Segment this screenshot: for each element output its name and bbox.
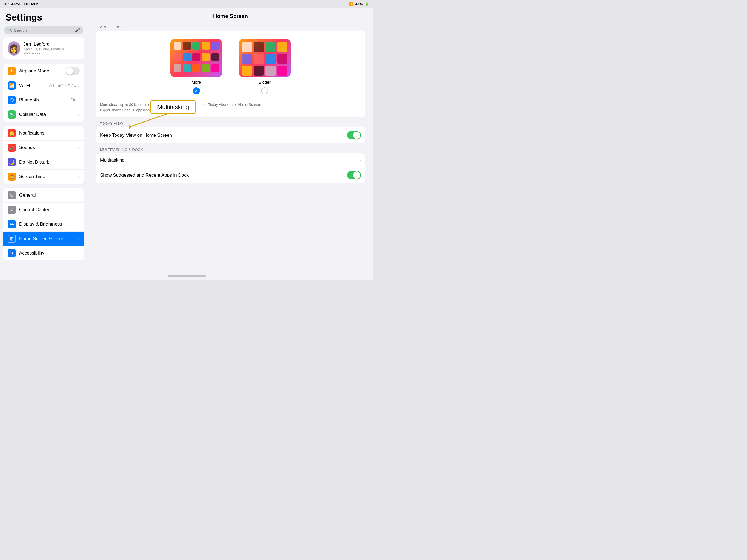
sidebar-item-accessibility[interactable]: ♿ Accessibility › <box>3 246 84 260</box>
search-icon: 🔍 <box>7 28 12 32</box>
sidebar-item-screentime[interactable]: ⏳ Screen Time › <box>3 170 84 184</box>
accessibility-icon: ♿ <box>8 249 16 257</box>
svg-point-1 <box>129 125 131 128</box>
sidebar-item-donotdisturb[interactable]: 🌙 Do Not Disturb › <box>3 155 84 170</box>
donotdisturb-icon: 🌙 <box>8 158 16 166</box>
icon-option-bigger[interactable]: Bigger <box>239 39 291 94</box>
status-icons: 📶 47% 🔋 <box>349 2 369 6</box>
annotation-text: Multitasking <box>157 104 189 110</box>
app-icons-card: More ✓ <box>96 31 365 117</box>
sounds-chevron: › <box>78 146 80 150</box>
sidebar-item-sounds[interactable]: 🔊 Sounds › <box>3 141 84 155</box>
screentime-chevron: › <box>78 175 80 179</box>
homescreen-chevron: › <box>78 236 80 241</box>
cellular-label: Cellular Data <box>19 112 78 117</box>
profile-name: Jerri Ledford <box>24 42 75 47</box>
airplane-label: Airplane Mode <box>19 68 66 74</box>
controlcenter-chevron: › <box>78 207 80 212</box>
notifications-label: Notifications <box>19 130 78 136</box>
sidebar-item-general[interactable]: ⚙ General › <box>3 188 84 203</box>
screentime-icon: ⏳ <box>8 173 16 181</box>
dock-toggle[interactable] <box>347 171 361 179</box>
main-layout: Settings 🔍 🎤 👩 Jerri Ledford Apple ID, i… <box>0 8 374 272</box>
home-bar <box>168 275 206 277</box>
wifi-chevron: › <box>78 83 80 88</box>
sounds-icon: 🔊 <box>8 144 16 152</box>
sidebar-title: Settings <box>0 8 87 25</box>
more-preview <box>170 39 222 77</box>
more-label: More <box>192 80 201 84</box>
annotation-line-svg <box>129 112 183 128</box>
homescreen-label: Home Screen & Dock <box>19 236 78 241</box>
bigger-label: Bigger <box>259 80 271 84</box>
icon-option-more[interactable]: More ✓ <box>170 39 222 94</box>
sidebar-item-bluetooth[interactable]: ⬡ Bluetooth On › <box>3 93 84 107</box>
display-label: Display & Brightness <box>19 222 78 227</box>
annotation-box: Multitasking <box>150 100 196 114</box>
sidebar-item-cellular[interactable]: 📡 Cellular Data › <box>3 107 84 122</box>
sidebar-item-homescreen[interactable]: ⊞ Home Screen & Dock › <box>3 232 84 246</box>
search-input[interactable] <box>14 28 73 32</box>
screentime-label: Screen Time <box>19 174 78 179</box>
sidebar-item-airplane[interactable]: ✈ Airplane Mode <box>3 64 84 78</box>
wifi-icon: 📶 <box>349 2 353 6</box>
status-time: 12:04 PM <box>4 2 20 6</box>
today-view-row: Keep Today View on Home Screen <box>96 127 365 143</box>
multitasking-label: MULTITASKING & DOCK <box>100 148 365 152</box>
home-indicator <box>0 272 374 280</box>
sounds-label: Sounds <box>19 145 78 150</box>
profile-card[interactable]: 👩 Jerri Ledford Apple ID, iCloud, Media … <box>3 37 84 59</box>
wifi-value: ATT54rHY7U <box>49 83 77 88</box>
today-view-toggle[interactable] <box>347 131 361 139</box>
general-label: General <box>19 193 78 198</box>
accessibility-label: Accessibility <box>19 251 78 256</box>
status-date: Fri Oct 2 <box>24 2 38 6</box>
avatar: 👩 <box>8 41 20 55</box>
dock-row: Show Suggested and Recent Apps in Dock <box>96 167 365 183</box>
bigger-preview <box>239 39 291 77</box>
settings-group-connectivity: ✈ Airplane Mode 📶 Wi-Fi ATT54rHY7U › ⬡ B… <box>3 64 84 122</box>
sidebar-item-controlcenter[interactable]: 🎛 Control Center › <box>3 203 84 217</box>
sidebar-item-wifi[interactable]: 📶 Wi-Fi ATT54rHY7U › <box>3 78 84 93</box>
sidebar: Settings 🔍 🎤 👩 Jerri Ledford Apple ID, i… <box>0 8 87 272</box>
multitasking-row-label: Multitasking <box>100 157 360 163</box>
cellular-chevron: › <box>78 112 80 117</box>
bluetooth-chevron: › <box>78 98 80 102</box>
more-radio[interactable]: ✓ <box>193 87 200 94</box>
content-area: Home Screen APP ICONS <box>87 8 374 272</box>
bigger-radio[interactable] <box>261 87 268 94</box>
bluetooth-value: On <box>71 97 77 103</box>
donotdisturb-label: Do Not Disturb <box>19 159 78 165</box>
search-bar[interactable]: 🔍 🎤 <box>4 26 83 34</box>
battery-icon: 🔋 <box>365 2 369 6</box>
profile-info: Jerri Ledford Apple ID, iCloud, Media & … <box>24 42 75 55</box>
profile-chevron: › <box>78 46 80 51</box>
settings-group-notifications: 🔔 Notifications › 🔊 Sounds › 🌙 Do Not Di… <box>3 126 84 184</box>
sidebar-item-notifications[interactable]: 🔔 Notifications › <box>3 126 84 141</box>
multitasking-row[interactable]: Multitasking › <box>96 153 365 167</box>
mic-icon[interactable]: 🎤 <box>75 28 80 32</box>
profile-subtitle: Apple ID, iCloud, Media & Purchases <box>24 47 75 55</box>
app-icons-label: APP ICONS <box>100 25 365 29</box>
sidebar-item-display[interactable]: AA Display & Brightness › <box>3 217 84 232</box>
today-view-row-label: Keep Today View on Home Screen <box>100 133 347 138</box>
display-icon: AA <box>8 220 16 228</box>
multitasking-chevron: › <box>360 158 361 162</box>
controlcenter-label: Control Center <box>19 207 78 212</box>
airplane-toggle[interactable] <box>66 67 80 75</box>
general-chevron: › <box>78 193 80 198</box>
battery-percent: 47% <box>356 2 363 6</box>
content-title: Home Screen <box>96 13 365 19</box>
cellular-icon: 📡 <box>8 110 16 119</box>
svg-line-0 <box>129 112 172 127</box>
homescreen-icon: ⊞ <box>8 235 16 243</box>
donotdisturb-chevron: › <box>78 160 80 164</box>
accessibility-chevron: › <box>78 251 80 255</box>
icons-row: More ✓ <box>96 31 365 100</box>
notifications-chevron: › <box>78 131 80 135</box>
dock-row-label: Show Suggested and Recent Apps in Dock <box>100 173 347 178</box>
settings-group-general: ⚙ General › 🎛 Control Center › AA Displa… <box>3 188 84 260</box>
bluetooth-icon: ⬡ <box>8 96 16 104</box>
controlcenter-icon: 🎛 <box>8 206 16 214</box>
status-bar: 12:04 PM Fri Oct 2 📶 47% 🔋 <box>0 0 374 8</box>
